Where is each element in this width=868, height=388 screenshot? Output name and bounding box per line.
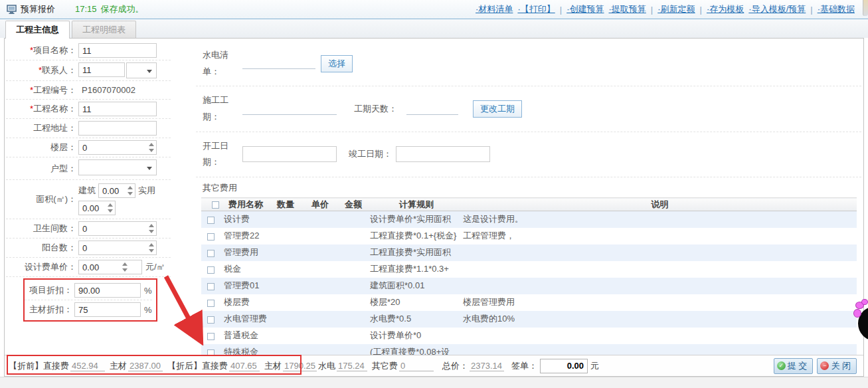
design-fee-spinner[interactable] bbox=[122, 262, 128, 272]
project-name-input[interactable] bbox=[78, 43, 157, 58]
project-discount-input[interactable] bbox=[74, 283, 141, 298]
row-checkbox[interactable] bbox=[207, 333, 215, 340]
bathrooms-label: 卫生间数： bbox=[6, 223, 76, 235]
fee-row[interactable]: 设计费 设计费单价*实用面积 这是设计费用。 bbox=[201, 211, 857, 228]
sign-amount-input[interactable] bbox=[540, 359, 588, 373]
address-input[interactable] bbox=[78, 121, 157, 136]
form-row-design-fee: 设计费单价： 元/㎡ bbox=[6, 258, 171, 277]
fee-note: 水电费的10% bbox=[463, 311, 857, 328]
contact-input[interactable] bbox=[78, 62, 125, 77]
balconies-input[interactable] bbox=[78, 241, 157, 255]
col-header-price: 单价 bbox=[304, 198, 337, 211]
toolbar-link[interactable]: ·导入模板/预算 bbox=[748, 3, 806, 15]
row-dates: 开工日期： 竣工日期： bbox=[196, 132, 861, 177]
row-checkbox[interactable] bbox=[207, 250, 215, 257]
toolbar-link[interactable]: ·存为模板 bbox=[707, 3, 744, 15]
row-checkbox[interactable] bbox=[207, 300, 215, 307]
hydro-select-button[interactable]: 选择 bbox=[321, 55, 353, 72]
fee-row[interactable]: 楼层费 楼层*20 楼层管理费用 bbox=[201, 294, 857, 311]
post-discount-label: 【折后】 bbox=[167, 360, 202, 372]
design-fee-input[interactable] bbox=[78, 260, 142, 274]
row-checkbox[interactable] bbox=[207, 283, 215, 290]
row-checkbox[interactable] bbox=[207, 217, 215, 224]
design-fee-label: 设计费单价： bbox=[6, 261, 76, 273]
close-button-label: 关 闭 bbox=[831, 360, 851, 372]
balconies-spinner[interactable] bbox=[149, 243, 154, 252]
project-name-label: 项目名称： bbox=[33, 45, 76, 55]
scrollbar-stub[interactable] bbox=[863, 0, 868, 16]
floor-input[interactable] bbox=[78, 140, 157, 155]
spinner-up-icon bbox=[149, 143, 154, 146]
tab-main-info[interactable]: 工程主信息 bbox=[5, 21, 70, 39]
row-hydro-list: 水电清单： 选择 bbox=[196, 41, 861, 86]
duration-input[interactable] bbox=[242, 104, 337, 115]
submit-button[interactable]: ✓提 交 bbox=[774, 358, 814, 374]
material-label: 主材 bbox=[264, 360, 282, 372]
fee-row[interactable]: 管理费用 工程直接费*实用面积 bbox=[201, 244, 857, 261]
toolbar-link[interactable]: ·基础数据 bbox=[818, 3, 855, 15]
material-discount-unit: % bbox=[144, 305, 152, 315]
area-build-spinner[interactable] bbox=[128, 186, 133, 195]
chevron-down-icon bbox=[147, 70, 152, 73]
project-title-input[interactable] bbox=[78, 102, 157, 116]
fee-qty bbox=[268, 228, 304, 244]
window-bottom-strip bbox=[0, 377, 868, 388]
submit-button-label: 提 交 bbox=[788, 360, 808, 372]
form-row-floor: 楼层： bbox=[6, 138, 171, 157]
other-fees-title: 其它费用 bbox=[196, 177, 861, 197]
spinner-down-icon bbox=[108, 209, 113, 213]
area-use-spinner[interactable] bbox=[108, 203, 113, 213]
bathrooms-spinner[interactable] bbox=[149, 224, 154, 233]
fee-rule: 楼层*20 bbox=[370, 294, 463, 311]
bathrooms-input[interactable] bbox=[78, 221, 157, 236]
row-checkbox[interactable] bbox=[207, 266, 215, 274]
select-all-checkbox[interactable] bbox=[212, 201, 219, 209]
form-row-project-code: *工程编号： P1607070002 bbox=[6, 81, 171, 100]
spinner-down-icon bbox=[149, 249, 154, 252]
duration-days-input[interactable] bbox=[406, 104, 458, 115]
totals-bar: 【折前】 直接费 452.94 主材 2387.00 【折后】 直接费 407.… bbox=[5, 355, 863, 376]
fee-row[interactable]: 普通税金 设计费单价*0 bbox=[201, 328, 857, 344]
other-fee-value: 0 bbox=[399, 361, 434, 371]
fee-row[interactable]: 税金 工程直接费*1.1*0.3+ bbox=[201, 261, 857, 278]
toolbar-link[interactable]: ·刷新定额 bbox=[657, 3, 695, 15]
app-title: 预算报价 bbox=[21, 3, 55, 15]
end-date-input[interactable] bbox=[396, 146, 490, 162]
close-button[interactable]: −关 闭 bbox=[817, 358, 857, 374]
fee-price bbox=[304, 211, 337, 228]
fee-name: 楼层费 bbox=[224, 294, 268, 311]
fee-row[interactable]: 管理费01 建筑面积*0.01 bbox=[201, 278, 857, 294]
house-type-select[interactable] bbox=[78, 159, 157, 175]
fee-amount bbox=[337, 261, 370, 278]
spinner-up-icon bbox=[149, 243, 154, 246]
contact-label: 联系人： bbox=[42, 65, 76, 75]
fee-name: 水电管理费 bbox=[224, 311, 268, 328]
form-row-project-name: *项目名称： bbox=[6, 41, 171, 60]
start-date-input[interactable] bbox=[242, 146, 337, 162]
fee-row[interactable]: 水电管理费 水电费*0.5 水电费的10% bbox=[201, 311, 857, 328]
toolbar-link[interactable]: ·创建预算 bbox=[566, 3, 604, 15]
tab-detail-sheet[interactable]: 工程明细表 bbox=[72, 21, 136, 38]
fee-price bbox=[304, 311, 337, 328]
col-header-rule: 计算规则 bbox=[370, 198, 463, 211]
fee-price bbox=[304, 261, 337, 278]
fee-amount bbox=[337, 328, 370, 344]
fee-amount bbox=[337, 228, 370, 244]
hydro-list-input[interactable] bbox=[242, 58, 315, 69]
start-date-label: 开工日期： bbox=[203, 138, 237, 171]
fee-row[interactable]: 管理费22 工程直接费*0.1+{税金} 工程管理费， bbox=[201, 228, 857, 244]
col-header-amount: 金额 bbox=[337, 198, 370, 211]
toolbar-links: ·材料清单·【打印】|·创建预算·提取预算|·刷新定额|·存为模板·导入模板/预… bbox=[476, 3, 861, 15]
row-checkbox[interactable] bbox=[207, 233, 215, 241]
area-build-label: 建筑 bbox=[78, 185, 96, 197]
check-icon: ✓ bbox=[777, 361, 786, 370]
project-discount-label: 项目折扣： bbox=[25, 284, 72, 296]
floor-spinner[interactable] bbox=[149, 143, 154, 152]
toolbar-link[interactable]: ·材料清单 bbox=[476, 3, 513, 15]
toolbar-link[interactable]: ·【打印】 bbox=[517, 3, 555, 15]
change-duration-button[interactable]: 更改工期 bbox=[473, 100, 522, 118]
contact-dropdown[interactable] bbox=[126, 62, 157, 78]
toolbar-link[interactable]: ·提取预算 bbox=[609, 3, 646, 15]
material-discount-input[interactable] bbox=[74, 302, 141, 317]
row-checkbox[interactable] bbox=[207, 316, 215, 324]
